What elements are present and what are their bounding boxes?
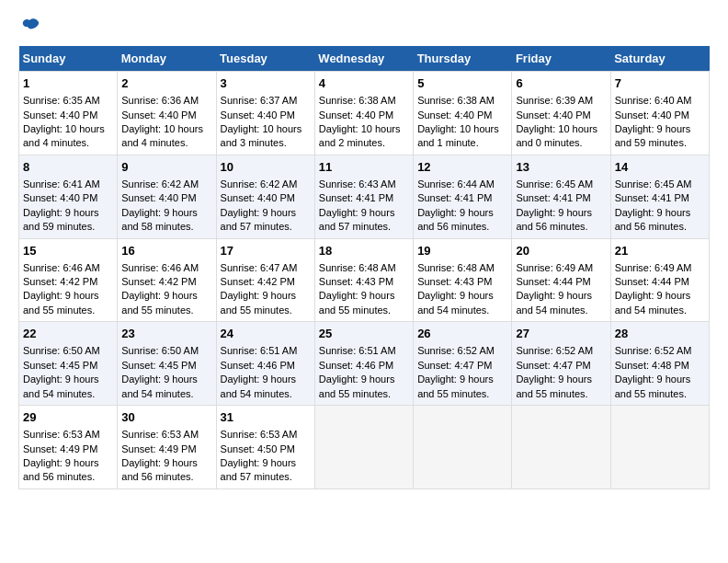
sunset: Sunset: 4:49 PM — [121, 443, 196, 454]
day-cell: 28Sunrise: 6:52 AMSunset: 4:48 PMDayligh… — [610, 322, 709, 406]
day-number: 3 — [221, 75, 311, 92]
sunset: Sunset: 4:45 PM — [23, 360, 97, 371]
day-cell: 9Sunrise: 6:42 AMSunset: 4:40 PMDaylight… — [118, 155, 216, 238]
day-number: 6 — [516, 75, 606, 92]
day-number: 18 — [319, 243, 409, 259]
header-cell-wednesday: Wednesday — [314, 46, 413, 72]
day-number: 23 — [121, 326, 211, 342]
daylight: Daylight: 9 hours and 56 minutes. — [615, 207, 691, 232]
sunset: Sunset: 4:40 PM — [615, 109, 689, 121]
day-cell: 18Sunrise: 6:48 AMSunset: 4:43 PMDayligh… — [314, 238, 413, 322]
week-row-2: 8Sunrise: 6:41 AMSunset: 4:40 PMDaylight… — [19, 155, 710, 238]
day-cell: 20Sunrise: 6:49 AMSunset: 4:44 PMDayligh… — [512, 238, 610, 322]
daylight: Daylight: 9 hours and 55 minutes. — [23, 290, 99, 315]
header-cell-sunday: Sunday — [19, 46, 118, 72]
sunrise: Sunrise: 6:46 AM — [23, 262, 100, 273]
day-cell — [314, 406, 413, 489]
daylight: Daylight: 9 hours and 58 minutes. — [121, 207, 198, 232]
sunset: Sunset: 4:43 PM — [319, 276, 393, 287]
day-number: 4 — [319, 75, 409, 92]
day-cell: 21Sunrise: 6:49 AMSunset: 4:44 PMDayligh… — [610, 238, 709, 322]
day-cell: 6Sunrise: 6:39 AMSunset: 4:40 PMDaylight… — [512, 72, 610, 155]
week-row-5: 29Sunrise: 6:53 AMSunset: 4:49 PMDayligh… — [19, 406, 710, 489]
day-number: 16 — [121, 243, 211, 259]
day-cell: 13Sunrise: 6:45 AMSunset: 4:41 PMDayligh… — [512, 155, 610, 238]
day-cell: 22Sunrise: 6:50 AMSunset: 4:45 PMDayligh… — [19, 322, 118, 406]
day-number: 11 — [319, 159, 409, 176]
sunset: Sunset: 4:40 PM — [121, 109, 196, 121]
sunset: Sunset: 4:46 PM — [221, 360, 295, 371]
sunset: Sunset: 4:40 PM — [23, 192, 97, 203]
day-number: 28 — [615, 326, 705, 342]
day-number: 5 — [417, 75, 507, 92]
day-cell: 30Sunrise: 6:53 AMSunset: 4:49 PMDayligh… — [118, 406, 216, 489]
day-number: 12 — [417, 159, 507, 176]
sunset: Sunset: 4:41 PM — [417, 192, 492, 203]
day-number: 27 — [516, 326, 606, 342]
day-cell: 29Sunrise: 6:53 AMSunset: 4:49 PMDayligh… — [19, 406, 118, 489]
sunrise: Sunrise: 6:47 AM — [221, 262, 298, 273]
sunset: Sunset: 4:40 PM — [121, 192, 196, 203]
daylight: Daylight: 9 hours and 55 minutes. — [319, 373, 395, 398]
day-number: 9 — [121, 159, 211, 176]
sunset: Sunset: 4:48 PM — [615, 360, 689, 371]
day-cell — [414, 406, 512, 489]
sunrise: Sunrise: 6:52 AM — [516, 345, 593, 356]
daylight: Daylight: 9 hours and 59 minutes. — [615, 123, 691, 148]
sunrise: Sunrise: 6:37 AM — [221, 95, 298, 106]
sunset: Sunset: 4:44 PM — [516, 276, 590, 287]
calendar-table: SundayMondayTuesdayWednesdayThursdayFrid… — [18, 46, 710, 489]
daylight: Daylight: 9 hours and 55 minutes. — [516, 373, 592, 398]
sunrise: Sunrise: 6:53 AM — [221, 429, 298, 440]
day-number: 13 — [516, 159, 606, 176]
day-number: 15 — [23, 243, 113, 259]
sunrise: Sunrise: 6:42 AM — [221, 178, 298, 190]
day-number: 17 — [221, 243, 311, 259]
daylight: Daylight: 9 hours and 56 minutes. — [121, 457, 198, 482]
daylight: Daylight: 9 hours and 55 minutes. — [121, 290, 198, 315]
sunrise: Sunrise: 6:43 AM — [319, 178, 396, 190]
daylight: Daylight: 9 hours and 56 minutes. — [417, 207, 494, 232]
day-cell: 1Sunrise: 6:35 AMSunset: 4:40 PMDaylight… — [19, 72, 118, 155]
day-number: 30 — [121, 409, 211, 426]
day-number: 8 — [23, 159, 113, 176]
sunrise: Sunrise: 6:52 AM — [615, 345, 692, 356]
day-number: 20 — [516, 243, 606, 259]
sunrise: Sunrise: 6:53 AM — [23, 429, 100, 440]
week-row-1: 1Sunrise: 6:35 AMSunset: 4:40 PMDaylight… — [19, 72, 710, 155]
sunset: Sunset: 4:47 PM — [516, 360, 590, 371]
day-number: 31 — [221, 409, 311, 426]
sunset: Sunset: 4:47 PM — [417, 360, 492, 371]
day-cell: 3Sunrise: 6:37 AMSunset: 4:40 PMDaylight… — [216, 72, 314, 155]
day-cell: 26Sunrise: 6:52 AMSunset: 4:47 PMDayligh… — [414, 322, 512, 406]
header-cell-monday: Monday — [118, 46, 216, 72]
sunset: Sunset: 4:45 PM — [121, 360, 196, 371]
day-number: 29 — [23, 409, 113, 426]
sunrise: Sunrise: 6:42 AM — [121, 178, 199, 190]
sunrise: Sunrise: 6:36 AM — [121, 95, 199, 106]
daylight: Daylight: 9 hours and 55 minutes. — [417, 373, 494, 398]
sunset: Sunset: 4:50 PM — [221, 443, 295, 454]
sunrise: Sunrise: 6:45 AM — [615, 178, 692, 190]
daylight: Daylight: 10 hours and 3 minutes. — [221, 123, 302, 148]
sunset: Sunset: 4:40 PM — [516, 109, 590, 121]
sunset: Sunset: 4:41 PM — [319, 192, 393, 203]
sunrise: Sunrise: 6:38 AM — [417, 95, 495, 106]
sunrise: Sunrise: 6:49 AM — [516, 262, 593, 273]
daylight: Daylight: 9 hours and 56 minutes. — [23, 457, 99, 482]
sunrise: Sunrise: 6:52 AM — [417, 345, 495, 356]
sunrise: Sunrise: 6:38 AM — [319, 95, 396, 106]
daylight: Daylight: 10 hours and 0 minutes. — [516, 123, 597, 148]
sunset: Sunset: 4:42 PM — [221, 276, 295, 287]
sunset: Sunset: 4:46 PM — [319, 360, 393, 371]
daylight: Daylight: 9 hours and 54 minutes. — [23, 373, 99, 398]
day-cell: 17Sunrise: 6:47 AMSunset: 4:42 PMDayligh… — [216, 238, 314, 322]
page-header — [18, 15, 710, 37]
sunset: Sunset: 4:42 PM — [121, 276, 196, 287]
header-cell-thursday: Thursday — [414, 46, 512, 72]
day-number: 21 — [615, 243, 705, 259]
sunset: Sunset: 4:41 PM — [516, 192, 590, 203]
sunset: Sunset: 4:41 PM — [615, 192, 689, 203]
day-number: 14 — [615, 159, 705, 176]
day-cell: 12Sunrise: 6:44 AMSunset: 4:41 PMDayligh… — [414, 155, 512, 238]
